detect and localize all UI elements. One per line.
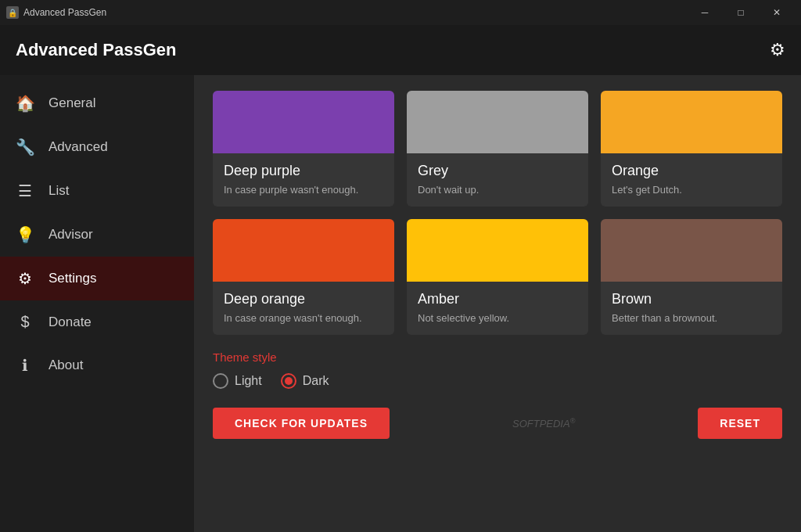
- theme-name-deep-purple: Deep purple: [224, 163, 383, 179]
- settings-icon: ⚙: [16, 269, 34, 288]
- theme-swatch-brown: [601, 219, 782, 282]
- titlebar-title: Advanced PassGen: [23, 7, 687, 18]
- theme-card-deep-orange[interactable]: Deep orange In case orange wasn't enough…: [213, 219, 394, 335]
- sidebar-label-advisor: Advisor: [48, 227, 93, 243]
- theme-swatch-deep-purple: [213, 91, 394, 153]
- theme-body-deep-orange: Deep orange In case orange wasn't enough…: [213, 282, 394, 335]
- softpedia-label: SOFTPEDIA®: [512, 417, 575, 430]
- content-area: 🏠 General🔧 Advanced☰ List💡 Advisor⚙ Sett…: [0, 75, 801, 532]
- theme-swatch-amber: [407, 219, 588, 282]
- theme-desc-amber: Not selective yellow.: [418, 312, 577, 324]
- main-window: Advanced PassGen ⚙ 🏠 General🔧 Advanced☰ …: [0, 25, 801, 532]
- titlebar-controls: ─ □ ✕: [687, 0, 795, 25]
- sidebar-item-settings[interactable]: ⚙ Settings: [0, 257, 194, 300]
- theme-name-orange: Orange: [612, 163, 771, 179]
- sidebar-label-list: List: [48, 183, 69, 199]
- settings-icon[interactable]: ⚙: [770, 40, 785, 60]
- theme-desc-deep-orange: In case orange wasn't enough.: [224, 312, 383, 324]
- sidebar-item-general[interactable]: 🏠 General: [0, 81, 194, 125]
- sidebar-label-settings: Settings: [48, 271, 96, 286]
- theme-desc-deep-purple: In case purple wasn't enough.: [224, 184, 383, 196]
- theme-card-deep-purple[interactable]: Deep purple In case purple wasn't enough…: [213, 91, 394, 207]
- close-button[interactable]: ✕: [759, 0, 795, 25]
- app-icon: 🔒: [6, 6, 19, 19]
- theme-card-grey[interactable]: Grey Don't wait up.: [407, 91, 588, 207]
- maximize-button[interactable]: □: [723, 0, 759, 25]
- theme-body-grey: Grey Don't wait up.: [407, 153, 588, 207]
- theme-body-orange: Orange Let's get Dutch.: [601, 153, 782, 207]
- advisor-icon: 💡: [16, 225, 34, 244]
- theme-card-orange[interactable]: Orange Let's get Dutch.: [601, 91, 782, 207]
- check-updates-button[interactable]: CHECK FOR UPDATES: [213, 408, 390, 439]
- list-icon: ☰: [16, 182, 34, 200]
- sidebar-item-about[interactable]: ℹ About: [0, 343, 194, 387]
- about-icon: ℹ: [16, 356, 34, 375]
- theme-style-section: Theme style Light Dark: [213, 350, 782, 389]
- theme-swatch-orange: [601, 91, 782, 153]
- sidebar-label-advanced: Advanced: [48, 139, 108, 155]
- theme-desc-orange: Let's get Dutch.: [612, 184, 771, 196]
- footer-buttons: CHECK FOR UPDATES SOFTPEDIA® RESET: [213, 408, 782, 445]
- radio-light-circle: [213, 373, 228, 389]
- sidebar-item-list[interactable]: ☰ List: [0, 169, 194, 213]
- theme-desc-brown: Better than a brownout.: [612, 312, 771, 324]
- theme-body-amber: Amber Not selective yellow.: [407, 282, 588, 335]
- radio-light[interactable]: Light: [213, 373, 262, 389]
- sidebar-label-about: About: [48, 358, 83, 373]
- sidebar-item-advanced[interactable]: 🔧 Advanced: [0, 125, 194, 169]
- sidebar: 🏠 General🔧 Advanced☰ List💡 Advisor⚙ Sett…: [0, 75, 194, 532]
- sidebar-item-advisor[interactable]: 💡 Advisor: [0, 213, 194, 257]
- titlebar: 🔒 Advanced PassGen ─ □ ✕: [0, 0, 801, 25]
- theme-grid: Deep purple In case purple wasn't enough…: [213, 91, 782, 335]
- minimize-button[interactable]: ─: [687, 0, 723, 25]
- theme-swatch-deep-orange: [213, 219, 394, 282]
- advanced-icon: 🔧: [16, 138, 34, 156]
- sidebar-item-donate[interactable]: $ Donate: [0, 300, 194, 343]
- theme-card-amber[interactable]: Amber Not selective yellow.: [407, 219, 588, 335]
- general-icon: 🏠: [16, 94, 34, 113]
- theme-name-grey: Grey: [418, 163, 577, 179]
- theme-name-deep-orange: Deep orange: [224, 291, 383, 307]
- theme-name-amber: Amber: [418, 291, 577, 307]
- donate-icon: $: [16, 313, 34, 331]
- app-title: Advanced PassGen: [16, 40, 770, 60]
- theme-body-deep-purple: Deep purple In case purple wasn't enough…: [213, 153, 394, 207]
- theme-style-label: Theme style: [213, 350, 782, 364]
- reset-button[interactable]: RESET: [698, 408, 782, 439]
- sidebar-label-general: General: [48, 95, 95, 111]
- theme-desc-grey: Don't wait up.: [418, 184, 577, 196]
- radio-dark-label: Dark: [303, 374, 329, 388]
- theme-body-brown: Brown Better than a brownout.: [601, 282, 782, 335]
- radio-dark-circle: [281, 373, 296, 389]
- sidebar-label-donate: Donate: [48, 315, 92, 330]
- radio-light-label: Light: [235, 374, 262, 388]
- main-content: Deep purple In case purple wasn't enough…: [194, 75, 801, 532]
- theme-card-brown[interactable]: Brown Better than a brownout.: [601, 219, 782, 335]
- theme-style-radio-group: Light Dark: [213, 373, 782, 389]
- header: Advanced PassGen ⚙: [0, 25, 801, 75]
- theme-swatch-grey: [407, 91, 588, 153]
- radio-dark[interactable]: Dark: [281, 373, 329, 389]
- theme-name-brown: Brown: [612, 291, 771, 307]
